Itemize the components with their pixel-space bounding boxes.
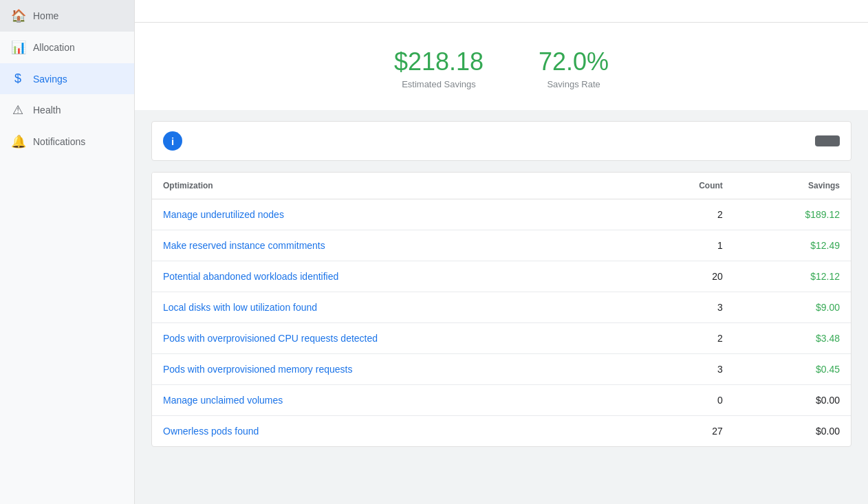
savings-cell: $189.12 xyxy=(734,199,851,230)
sidebar-item-home[interactable]: 🏠Home xyxy=(0,0,134,32)
info-banner: i xyxy=(151,121,851,161)
metric-estimated-savings: $218.18 Estimated Savings xyxy=(394,47,484,89)
table-row: Manage underutilized nodes2$189.12 xyxy=(152,199,851,230)
add-key-button[interactable] xyxy=(815,135,840,146)
savings-cell: $12.12 xyxy=(734,261,851,292)
count-cell: 2 xyxy=(640,323,734,354)
table-row: Ownerless pods found27$0.00 xyxy=(152,416,851,447)
savings-cell: $12.49 xyxy=(734,230,851,261)
info-icon: i xyxy=(163,131,182,151)
sidebar: 🏠Home📊Allocation$Savings⚠Health🔔Notifica… xyxy=(0,0,135,504)
sidebar-item-allocation[interactable]: 📊Allocation xyxy=(0,32,134,63)
savings-icon: $ xyxy=(11,72,25,86)
count-cell: 27 xyxy=(640,416,734,447)
savings-rate-label: Savings Rate xyxy=(539,79,609,89)
sidebar-item-label-allocation: Allocation xyxy=(33,42,75,53)
main-content: $218.18 Estimated Savings 72.0% Savings … xyxy=(135,0,868,504)
savings-cell: $9.00 xyxy=(734,292,851,323)
estimated-savings-value: $218.18 xyxy=(394,47,484,76)
page-header xyxy=(135,0,868,23)
table-row: Pods with overprovisioned CPU requests d… xyxy=(152,323,851,354)
table-row: Local disks with low utilization found3$… xyxy=(152,292,851,323)
col-count: Count xyxy=(640,173,734,199)
metrics-row: $218.18 Estimated Savings 72.0% Savings … xyxy=(135,23,868,110)
optimization-link[interactable]: Ownerless pods found xyxy=(152,416,640,447)
savings-cell: $3.48 xyxy=(734,323,851,354)
count-cell: 3 xyxy=(640,292,734,323)
sidebar-item-savings[interactable]: $Savings xyxy=(0,63,134,94)
notifications-icon: 🔔 xyxy=(11,134,25,149)
savings-cell: $0.45 xyxy=(734,354,851,385)
savings-cell: $0.00 xyxy=(734,416,851,447)
table-body: Manage underutilized nodes2$189.12Make r… xyxy=(152,199,851,447)
table-header: Optimization Count Savings xyxy=(152,173,851,199)
optimization-link[interactable]: Manage underutilized nodes xyxy=(152,199,640,230)
optimization-link[interactable]: Manage unclaimed volumes xyxy=(152,385,640,416)
table-row: Pods with overprovisioned memory request… xyxy=(152,354,851,385)
sidebar-item-label-savings: Savings xyxy=(33,74,67,85)
sidebar-item-label-notifications: Notifications xyxy=(33,136,85,147)
sidebar-item-label-health: Health xyxy=(33,105,61,116)
table-row: Manage unclaimed volumes0$0.00 xyxy=(152,385,851,416)
col-savings: Savings xyxy=(734,173,851,199)
optimization-link[interactable]: Pods with overprovisioned CPU requests d… xyxy=(152,323,640,354)
col-optimization: Optimization xyxy=(152,173,640,199)
estimated-savings-label: Estimated Savings xyxy=(394,79,484,89)
optimization-link[interactable]: Local disks with low utilization found xyxy=(152,292,640,323)
savings-cell: $0.00 xyxy=(734,385,851,416)
count-cell: 2 xyxy=(640,199,734,230)
optimization-table-container: Optimization Count Savings Manage underu… xyxy=(151,172,851,447)
optimization-link[interactable]: Pods with overprovisioned memory request… xyxy=(152,354,640,385)
count-cell: 1 xyxy=(640,230,734,261)
allocation-icon: 📊 xyxy=(11,40,25,55)
count-cell: 20 xyxy=(640,261,734,292)
table-row: Make reserved instance commitments1$12.4… xyxy=(152,230,851,261)
count-cell: 3 xyxy=(640,354,734,385)
count-cell: 0 xyxy=(640,385,734,416)
table-row: Potential abandoned workloads identified… xyxy=(152,261,851,292)
sidebar-item-health[interactable]: ⚠Health xyxy=(0,94,134,126)
optimization-link[interactable]: Make reserved instance commitments xyxy=(152,230,640,261)
sidebar-item-label-home: Home xyxy=(33,10,58,21)
optimization-table: Optimization Count Savings Manage underu… xyxy=(152,173,851,446)
home-icon: 🏠 xyxy=(11,8,25,23)
optimization-link[interactable]: Potential abandoned workloads identified xyxy=(152,261,640,292)
sidebar-item-notifications[interactable]: 🔔Notifications xyxy=(0,126,134,157)
savings-rate-value: 72.0% xyxy=(539,47,609,76)
metric-savings-rate: 72.0% Savings Rate xyxy=(539,47,609,89)
health-icon: ⚠ xyxy=(11,102,25,118)
